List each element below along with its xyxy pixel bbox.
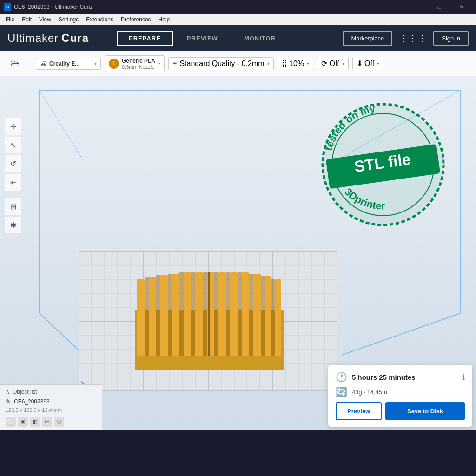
app-icon: C (4, 3, 11, 11)
adhesion-dropdown[interactable]: ⬇ Off ▾ (352, 57, 384, 70)
app-header: Ultimaker Cura PREPARE PREVIEW MONITOR M… (0, 25, 476, 51)
viewport[interactable]: ✛ ⤡ ↺ ⇤ ⊞ ✱ (0, 76, 476, 430)
left-toolbar: ✛ ⤡ ↺ ⇤ ⊞ ✱ (5, 118, 21, 233)
quality-dropdown-arrow: ▾ (267, 61, 270, 66)
view-perspective-button[interactable]: ⬜ (6, 416, 16, 427)
view-iso-button[interactable]: ⬡ (54, 416, 64, 427)
nozzle-dropdown[interactable]: 1 Generic PLA 0.3mm Nozzle ▾ (105, 55, 165, 72)
open-folder-button[interactable]: 🗁 (6, 54, 24, 73)
svg-text:3Dprinter: 3Dprinter (343, 186, 385, 212)
support-dropdown[interactable]: ⟳ Off ▾ (317, 57, 349, 70)
apps-grid-icon[interactable]: ⋮⋮⋮ (397, 31, 429, 46)
minimize-button[interactable]: — (406, 0, 428, 14)
menu-preferences[interactable]: Preferences (117, 14, 155, 25)
header-right: Marketplace ⋮⋮⋮ Sign in (343, 31, 469, 46)
view-top-button[interactable]: ▭ (42, 416, 52, 427)
support-tool-button[interactable]: ✱ (5, 217, 21, 233)
svg-rect-81 (326, 144, 441, 189)
svg-rect-53 (195, 272, 203, 356)
view-side-button[interactable]: ◧ (30, 416, 40, 427)
material-icon: 🔄 (336, 386, 347, 397)
save-to-disk-button[interactable]: Save to Disk (385, 402, 465, 420)
nozzle-dropdown-arrow: ▾ (158, 61, 160, 66)
svg-rect-73 (208, 272, 210, 356)
svg-rect-58 (253, 274, 261, 356)
svg-rect-66 (203, 272, 207, 356)
svg-line-6 (342, 90, 460, 158)
svg-rect-50 (160, 275, 168, 356)
adhesion-label: ⬇ Off (357, 59, 375, 68)
svg-rect-62 (156, 275, 160, 356)
svg-rect-68 (226, 272, 230, 356)
svg-rect-63 (168, 274, 172, 356)
svg-point-79 (324, 105, 443, 224)
svg-rect-61 (145, 277, 149, 356)
app-logo: Ultimaker Cura (7, 32, 89, 45)
adhesion-dropdown-arrow: ▾ (377, 61, 379, 66)
object-list-label: Object list (13, 389, 37, 395)
menu-file[interactable]: File (2, 14, 18, 25)
svg-point-77 (323, 104, 443, 225)
svg-point-78 (332, 113, 434, 216)
quality-dropdown[interactable]: ≡ Standard Quality - 0.2mm ▾ (168, 57, 274, 70)
quality-label: Standard Quality - 0.2mm (179, 60, 264, 68)
close-button[interactable]: ✕ (451, 0, 472, 14)
object-dimensions: 125.3 x 100.0 x 13.4 mm (6, 407, 62, 413)
print-time: 5 hours 25 minutes (352, 373, 416, 381)
scale-tool-button[interactable]: ⤡ (5, 137, 21, 153)
header-nav: PREPARE PREVIEW MONITOR (117, 31, 288, 46)
logo-cura: Cura (61, 32, 89, 45)
svg-rect-48 (137, 279, 145, 356)
svg-rect-56 (230, 272, 238, 356)
stl-stamp: tested on my STL file 3Dprinter (318, 99, 448, 230)
menu-view[interactable]: View (35, 14, 55, 25)
info-icon[interactable]: ℹ (462, 373, 465, 382)
svg-rect-57 (242, 272, 249, 356)
printer-icon: 🖨 (40, 60, 46, 67)
svg-line-4 (342, 313, 460, 355)
svg-rect-67 (214, 272, 218, 356)
collapse-icon[interactable]: ∧ (6, 389, 10, 395)
infill-dropdown-arrow: ▾ (307, 61, 309, 66)
svg-rect-64 (179, 272, 184, 356)
window-title: CE6_2002393 - Ultimaker Cura (14, 4, 92, 10)
svg-rect-70 (249, 274, 253, 356)
menu-help[interactable]: Help (155, 14, 174, 25)
arrange-tool-button[interactable]: ⊞ (5, 198, 21, 215)
nav-monitor[interactable]: MONITOR (232, 31, 288, 46)
svg-rect-60 (275, 279, 281, 356)
mirror-tool-button[interactable]: ⇤ (5, 174, 21, 191)
signin-button[interactable]: Sign in (433, 31, 469, 46)
toolbar: 🗁 🖨 Creality E... ▾ 1 Generic PLA 0.3mm … (0, 51, 476, 76)
marketplace-button[interactable]: Marketplace (343, 31, 392, 46)
svg-line-3 (40, 313, 81, 353)
title-bar: C CE6_2002393 - Ultimaker Cura — □ ✕ (0, 0, 476, 14)
svg-rect-55 (218, 272, 226, 356)
view-front-button[interactable]: ▣ (18, 416, 28, 427)
infill-dropdown[interactable]: ⣿ 10% ▾ (278, 57, 313, 70)
object-view-icons: ⬜ ▣ ◧ ▭ ⬡ (6, 416, 97, 427)
print-bed (79, 238, 337, 391)
svg-rect-59 (265, 276, 271, 356)
menu-edit[interactable]: Edit (18, 14, 35, 25)
maximize-button[interactable]: □ (429, 0, 450, 14)
rotate-tool-button[interactable]: ↺ (5, 155, 21, 172)
menu-extensions[interactable]: Extensions (82, 14, 117, 25)
support-dropdown-arrow: ▾ (342, 61, 344, 66)
object-name: CE6_2002393 (14, 398, 50, 405)
preview-button[interactable]: Preview (336, 402, 382, 420)
menu-bar: File Edit View Settings Extensions Prefe… (0, 14, 476, 25)
edit-icon: ✎ (6, 398, 11, 405)
nav-preview[interactable]: PREVIEW (175, 31, 230, 46)
move-tool-button[interactable]: ✛ (5, 118, 21, 135)
printer-dropdown[interactable]: 🖨 Creality E... ▾ (36, 58, 101, 70)
svg-text:STL file: STL file (353, 150, 412, 176)
menu-settings[interactable]: Settings (55, 14, 82, 25)
print-info-panel: 🕐 5 hours 25 minutes ℹ 🔄 43g · 14.45m Pr… (328, 365, 472, 427)
printer-name: Creality E... (49, 60, 79, 67)
nav-prepare[interactable]: PREPARE (117, 31, 173, 46)
material-name: Generic PLA (122, 58, 155, 64)
toolbar-divider-1 (30, 56, 30, 71)
svg-rect-51 (172, 274, 179, 356)
print-weight: 43g · 14.45m (352, 389, 387, 396)
